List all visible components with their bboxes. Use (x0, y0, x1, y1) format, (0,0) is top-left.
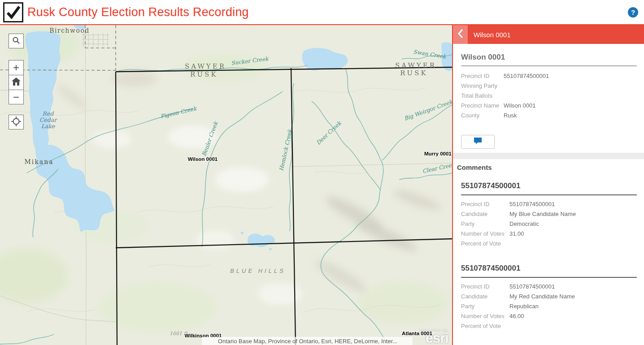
field-label: Percent of Vote (461, 321, 509, 331)
attribute-row: Candidate My Blue Candidate Name (461, 209, 637, 219)
app-header: Rusk County Election Results Recording ? (0, 0, 644, 25)
precinct-label-wilson: Wilson 0001 (188, 156, 218, 162)
field-label: Precinct ID (461, 199, 509, 209)
attribute-row: Precinct Name Wilson 0001 (461, 100, 637, 110)
field-value: Democratic (509, 219, 637, 229)
panel-title: Wilson 0001 (474, 31, 511, 39)
feature-info-section: Wilson 0001 Precinct ID 55107874500001 W… (453, 44, 644, 149)
search-icon (12, 36, 20, 46)
comments-section: Comments 55107874500001 Precinct ID 5510… (453, 159, 644, 331)
divider (461, 65, 637, 66)
map-canvas[interactable]: Birchwood SAWYER RUSK SAWYER RUSK Mikana… (0, 25, 453, 345)
comment-attributes: Precinct ID 55107874500001 Candidate My … (461, 199, 637, 248)
map-attribution: Ontario Base Map, Province of Ontario, E… (218, 338, 397, 345)
locate-icon (11, 116, 21, 128)
township-label-sawyer-right: SAWYER (395, 61, 436, 69)
field-value: 55107874500001 (504, 71, 637, 81)
info-panel: Wilson 0001 Wilson 0001 Precinct ID 5510… (453, 25, 644, 345)
attribute-row: Precinct ID 55107874500001 (461, 281, 637, 291)
field-value: 55107874500001 (509, 199, 637, 209)
attribute-row: Party Democratic (461, 219, 637, 229)
township-label-rusk-right: RUSK (400, 69, 427, 77)
field-label: Precinct Name (461, 100, 504, 110)
add-comment-button[interactable] (461, 135, 495, 149)
back-button[interactable] (453, 25, 468, 44)
lake-label-cedar: Cedar (39, 116, 57, 123)
attribute-row: Total Ballots (461, 91, 637, 100)
home-icon (12, 78, 21, 87)
panel-header: Wilson 0001 (453, 25, 644, 44)
home-button[interactable] (9, 75, 24, 90)
township-label-rusk-left: RUSK (190, 70, 218, 78)
section-separator (453, 153, 644, 159)
attribute-row: Precinct ID 55107874500001 (461, 199, 637, 209)
comments-heading: Comments (457, 164, 637, 171)
plus-icon: + (13, 62, 19, 73)
field-label: Precinct ID (461, 71, 504, 81)
lake-label-red: Red (43, 110, 54, 117)
basemap-svg: Birchwood SAWYER RUSK SAWYER RUSK Mikana… (0, 25, 452, 345)
field-label: Winning Party (461, 81, 504, 91)
field-value: My Blue Candidate Name (509, 209, 637, 219)
field-value: Republican (509, 301, 637, 311)
field-value: My Red Candidate Name (509, 291, 637, 301)
comment-bubble-icon (474, 137, 482, 147)
search-button[interactable] (9, 34, 24, 48)
attribute-row: Winning Party (461, 81, 637, 91)
comment-attributes: Precinct ID 55107874500001 Candidate My … (461, 281, 637, 331)
field-label: Percent of Vote (461, 238, 509, 248)
field-label: Candidate (461, 291, 509, 301)
precinct-label-murry: Murry 0001 (424, 151, 452, 156)
field-label: County (461, 110, 504, 120)
divider (461, 277, 637, 278)
attribute-row: County Rusk (461, 110, 637, 120)
feature-attributes: Precinct ID 55107874500001 Winning Party… (461, 71, 637, 120)
field-value: Rusk (504, 110, 637, 120)
map-controls: + − (9, 34, 24, 129)
place-label-blue-hills: BLUE HILLS (230, 267, 286, 274)
app-window: Rusk County Election Results Recording ? (0, 0, 644, 345)
field-label: Candidate (461, 209, 509, 219)
place-label-mikana: Mikana (24, 158, 53, 165)
field-value (509, 321, 637, 331)
field-label: Precinct ID (461, 281, 509, 291)
comment-card-title: 55107874500001 (461, 181, 637, 190)
divider (461, 194, 637, 195)
feature-title: Wilson 0001 (461, 53, 637, 62)
attribute-row: Precinct ID 55107874500001 (461, 71, 637, 81)
zoom-in-button[interactable]: + (9, 60, 24, 75)
field-value (509, 238, 637, 248)
comment-card-title: 55107874500001 (461, 264, 637, 273)
field-value: 55107874500001 (509, 281, 637, 291)
field-label: Number of Votes (461, 229, 509, 238)
help-button[interactable]: ? (628, 7, 638, 17)
field-value (504, 91, 637, 100)
attribute-row: Percent of Vote (461, 238, 637, 248)
attribute-row: Candidate My Red Candidate Name (461, 291, 637, 301)
attribute-row: Number of Votes 31.00 (461, 229, 637, 238)
field-value: Wilson 0001 (504, 100, 637, 110)
chevron-left-icon (457, 29, 464, 40)
field-value: 31.00 (509, 229, 637, 238)
field-label: Total Ballots (461, 91, 504, 100)
field-value: 46.00 (509, 311, 637, 321)
page-title: Rusk County Election Results Recording (27, 5, 249, 19)
place-label-birchwood: Birchwood (49, 27, 90, 34)
precinct-label-atlanta: Atlanta 0001 (402, 331, 432, 336)
zoom-out-button[interactable]: − (9, 90, 24, 104)
comment-card: 55107874500001 Precinct ID 5510787450000… (461, 264, 637, 331)
lake-label-lake: Lake (41, 123, 55, 129)
field-value (504, 81, 637, 91)
attribute-row: Number of Votes 46.00 (461, 311, 637, 321)
township-label-sawyer-left: SAWYER (185, 62, 226, 70)
field-label: Party (461, 301, 509, 311)
comment-card: 55107874500001 Precinct ID 5510787450000… (461, 181, 637, 248)
field-label: Number of Votes (461, 311, 509, 321)
attribute-row: Percent of Vote (461, 321, 637, 331)
my-location-button[interactable] (9, 115, 24, 129)
field-label: Party (461, 219, 509, 229)
minus-icon: − (13, 92, 19, 103)
checkmark-logo-icon (3, 2, 23, 22)
attribute-row: Party Republican (461, 301, 637, 311)
